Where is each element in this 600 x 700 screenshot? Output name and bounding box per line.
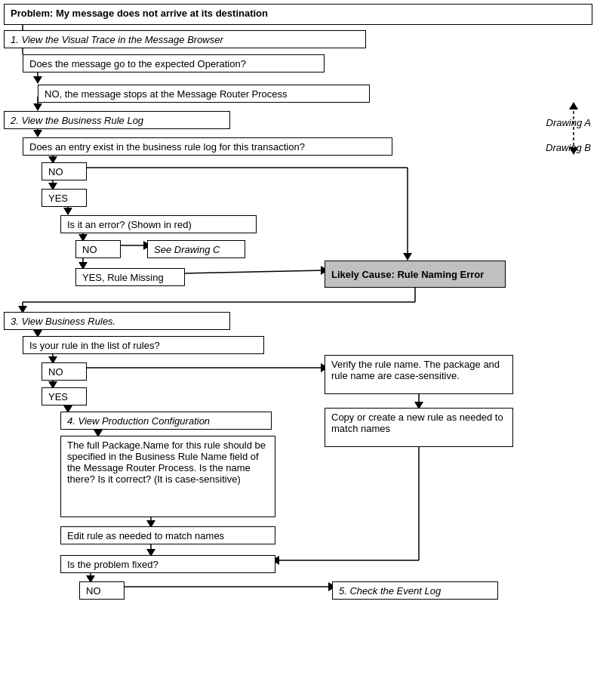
question1-box: Does the message go to the expected Oper… — [23, 54, 325, 72]
question3-box: Is it an error? (Shown in red) — [60, 215, 257, 233]
svg-marker-3 — [33, 76, 42, 84]
drawing-b-label: Drawing B — [546, 142, 591, 153]
yes-rule-missing-label: YES, Rule Missing — [82, 272, 164, 283]
question1-label: Does the message go to the expected Oper… — [29, 58, 246, 69]
step3-label: 3. View Business Rules. — [11, 316, 115, 327]
likely-cause-box: Likely Cause: Rule Naming Error — [325, 261, 506, 288]
no4-box: NO — [42, 362, 87, 381]
svg-marker-24 — [403, 253, 412, 261]
verify-rule-box: Verify the rule name. The package and ru… — [325, 355, 513, 394]
edit-rule-box: Edit rule as needed to match names — [60, 526, 275, 544]
step1-box: 1. View the Visual Trace in the Message … — [4, 30, 366, 48]
diagram-container: Problem: My message does not arrive at i… — [0, 0, 600, 700]
problem-box: Problem: My message does not arrive at i… — [4, 4, 592, 25]
yes2-label: YES — [48, 193, 68, 204]
is-problem-fixed-label: Is the problem fixed? — [67, 559, 158, 570]
question3-label: Is it an error? (Shown in red) — [67, 219, 192, 230]
step2-label: 2. View the Business Rule Log — [11, 115, 143, 126]
copy-create-box: Copy or create a new rule as needed to m… — [325, 408, 513, 447]
is-problem-fixed-box: Is the problem fixed? — [60, 555, 275, 573]
svg-marker-5 — [33, 103, 42, 111]
likely-cause-label: Likely Cause: Rule Naming Error — [331, 269, 484, 280]
yes4-box: YES — [42, 387, 87, 406]
no2-label: NO — [48, 166, 63, 177]
step3-box: 3. View Business Rules. — [4, 312, 230, 330]
step4-label: 4. View Production Configuration — [67, 415, 210, 427]
no1-label: NO, the message stops at the Message Rou… — [45, 88, 288, 100]
svg-marker-55 — [569, 102, 578, 109]
no3-label: NO — [82, 244, 97, 255]
verify-rule-label: Verify the rule name. The package and ru… — [331, 359, 500, 381]
svg-marker-7 — [33, 130, 42, 137]
step5-label: 5. Check the Event Log — [339, 585, 441, 597]
yes2-box: YES — [42, 189, 87, 207]
step1-label: 1. View the Visual Trace in the Message … — [11, 34, 223, 45]
question2-label: Does an entry exist in the business rule… — [29, 141, 305, 153]
full-package-box: The full Package.Name for this rule shou… — [60, 436, 275, 517]
full-package-label: The full Package.Name for this rule shou… — [67, 439, 266, 485]
svg-line-20 — [185, 270, 325, 273]
see-drawing-c-label: See Drawing C — [154, 244, 220, 255]
question4-box: Is your rule in the list of rules? — [23, 336, 264, 354]
no1-box: NO, the message stops at the Message Rou… — [38, 85, 370, 103]
step5-box: 5. Check the Event Log — [332, 581, 498, 600]
yes4-label: YES — [48, 391, 68, 402]
step2-box: 2. View the Business Rule Log — [4, 111, 230, 129]
yes-rule-missing-box: YES, Rule Missing — [75, 268, 185, 286]
no5-label: NO — [86, 585, 101, 597]
drawing-labels: Drawing A Drawing B — [546, 117, 591, 155]
no3-box: NO — [75, 240, 121, 258]
see-drawing-c-box: See Drawing C — [147, 240, 245, 258]
drawing-a-label: Drawing A — [546, 117, 591, 128]
step4-box: 4. View Production Configuration — [60, 412, 272, 430]
question4-label: Is your rule in the list of rules? — [29, 340, 160, 351]
edit-rule-label: Edit rule as needed to match names — [67, 530, 224, 541]
question2-box: Does an entry exist in the business rule… — [23, 137, 392, 156]
copy-create-label: Copy or create a new rule as needed to m… — [331, 412, 503, 434]
no4-label: NO — [48, 366, 63, 378]
svg-marker-13 — [63, 208, 72, 215]
no5-box: NO — [79, 581, 125, 600]
no2-box: NO — [42, 162, 87, 180]
problem-label: Problem: My message does not arrive at i… — [11, 8, 268, 19]
